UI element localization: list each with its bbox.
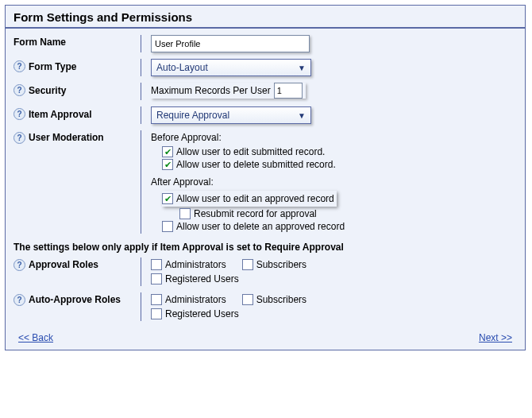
value-user-moderation: Before Approval: ✔ Allow user to edit su…	[141, 130, 517, 234]
row-approval-roles: ? Approval Roles Administrators Subscrib…	[6, 254, 525, 289]
value-security: Maximum Records Per User	[141, 83, 517, 100]
checkbox-resubmit[interactable]: Resubmit record for approval	[179, 208, 517, 219]
checkbox-label: Allow user to edit submitted record.	[176, 146, 325, 157]
checkbox-icon: ✔	[162, 146, 173, 157]
label-user-moderation: ? User Moderation	[13, 130, 141, 234]
wizard-footer: << Back Next >>	[6, 324, 525, 350]
chevron-down-icon: ▼	[296, 110, 307, 121]
checkbox-icon: ✔	[162, 193, 173, 204]
label-text: Approval Roles	[29, 259, 98, 270]
checkbox-icon	[151, 294, 162, 305]
row-security: ? Security Maximum Records Per User	[6, 79, 525, 103]
checkbox-label: Subscribers	[256, 294, 306, 305]
checkbox-icon	[162, 221, 173, 232]
checkbox-label: Resubmit record for approval	[194, 208, 317, 219]
checkbox-role-registered[interactable]: Registered Users	[151, 308, 517, 319]
checkbox-role-administrators[interactable]: Administrators	[151, 294, 226, 305]
checkbox-label: Subscribers	[256, 259, 306, 270]
label-security: ? Security	[13, 83, 141, 96]
checkbox-edit-approved[interactable]: ✔ Allow user to edit an approved record	[162, 193, 334, 204]
checkbox-edit-submitted[interactable]: ✔ Allow user to edit submitted record.	[162, 146, 517, 157]
checkbox-label: Registered Users	[165, 308, 239, 319]
after-approval-heading: After Approval:	[151, 176, 517, 188]
row-form-name: Form Name	[6, 32, 525, 56]
row-user-moderation: ? User Moderation Before Approval: ✔ All…	[6, 127, 525, 237]
row-item-approval: ? Item Approval Require Approval ▼	[6, 103, 525, 127]
row-form-type: ? Form Type Auto-Layout ▼	[6, 56, 525, 79]
max-records-input[interactable]	[274, 83, 303, 99]
checkbox-label: Administrators	[165, 259, 226, 270]
checkbox-delete-submitted[interactable]: ✔ Allow user to delete submitted record.	[162, 159, 517, 170]
help-icon[interactable]: ?	[13, 60, 25, 72]
label-text: Security	[29, 85, 66, 96]
checkbox-icon: ✔	[162, 159, 173, 170]
help-icon[interactable]: ?	[13, 84, 25, 96]
next-link[interactable]: Next >>	[479, 332, 512, 343]
panel-title: Form Settings and Permissions	[6, 6, 525, 27]
checkbox-icon	[242, 294, 253, 305]
label-text: User Moderation	[29, 132, 104, 143]
row-auto-approve-roles: ? Auto-Approve Roles Administrators Subs…	[6, 289, 525, 324]
highlighted-row: ✔ Allow user to edit an approved record	[162, 191, 337, 207]
checkbox-icon	[179, 208, 191, 219]
form-name-input[interactable]	[151, 35, 310, 52]
select-value: Auto-Layout	[156, 62, 208, 73]
checkbox-role-subscribers[interactable]: Subscribers	[242, 294, 306, 305]
before-approval-heading: Before Approval:	[151, 132, 517, 143]
value-form-name	[141, 35, 517, 52]
label-text: Form Type	[29, 61, 76, 72]
checkbox-role-registered[interactable]: Registered Users	[151, 273, 517, 284]
label-form-type: ? Form Type	[13, 59, 141, 72]
require-approval-note: The settings below only apply if Item Ap…	[6, 237, 525, 254]
label-text: Item Approval	[29, 109, 92, 120]
checkbox-label: Allow user to edit an approved record	[176, 193, 334, 204]
help-icon[interactable]: ?	[13, 294, 25, 306]
help-icon[interactable]: ?	[13, 132, 25, 144]
checkbox-role-subscribers[interactable]: Subscribers	[242, 259, 306, 270]
checkbox-label: Registered Users	[165, 273, 239, 284]
checkbox-role-administrators[interactable]: Administrators	[151, 259, 226, 270]
divider	[6, 27, 525, 29]
checkbox-delete-approved[interactable]: Allow user to delete an approved record	[162, 221, 517, 232]
label-text: Auto-Approve Roles	[29, 294, 121, 305]
checkbox-icon	[242, 259, 253, 270]
label-form-name: Form Name	[13, 35, 141, 48]
help-icon[interactable]: ?	[13, 108, 25, 120]
value-auto-approve-roles: Administrators Subscribers Registered Us…	[141, 292, 517, 321]
checkbox-label: Allow user to delete an approved record	[176, 221, 345, 232]
form-type-select[interactable]: Auto-Layout ▼	[151, 59, 311, 76]
select-value: Require Approval	[156, 110, 229, 121]
chevron-down-icon: ▼	[296, 62, 307, 73]
checkbox-label: Allow user to delete submitted record.	[176, 159, 336, 170]
label-approval-roles: ? Approval Roles	[13, 257, 141, 286]
max-records-group: Maximum Records Per User	[151, 83, 306, 99]
form-settings-panel: Form Settings and Permissions Form Name …	[5, 5, 526, 350]
label-text: Form Name	[13, 37, 66, 48]
checkbox-icon	[151, 308, 162, 319]
help-icon[interactable]: ?	[13, 259, 25, 271]
checkbox-icon	[151, 273, 162, 284]
item-approval-select[interactable]: Require Approval ▼	[151, 106, 311, 124]
checkbox-icon	[151, 259, 162, 270]
label-item-approval: ? Item Approval	[13, 106, 141, 120]
label-auto-approve-roles: ? Auto-Approve Roles	[13, 292, 141, 321]
value-form-type: Auto-Layout ▼	[141, 59, 517, 76]
back-link[interactable]: << Back	[18, 332, 53, 343]
value-approval-roles: Administrators Subscribers Registered Us…	[141, 257, 517, 286]
checkbox-label: Administrators	[165, 294, 226, 305]
max-records-label: Maximum Records Per User	[151, 85, 271, 96]
value-item-approval: Require Approval ▼	[141, 106, 517, 124]
